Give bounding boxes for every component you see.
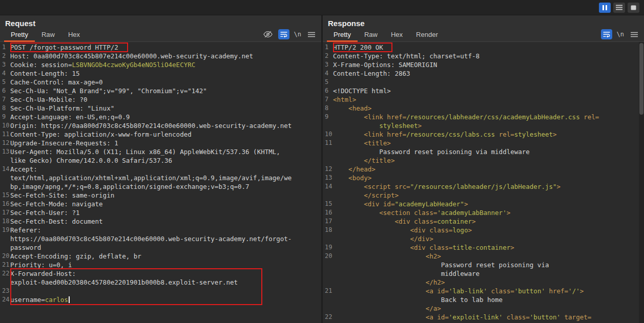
code-text: Sec-Fetch-User: ?1 bbox=[8, 209, 79, 217]
code-line[interactable]: 7Sec-Ch-Ua-Mobile: ?0 bbox=[0, 95, 321, 104]
code-line[interactable]: https://0aa800d703c8c45b807e214c00e60000… bbox=[0, 234, 321, 243]
code-line[interactable]: 19 <div class=title-container> bbox=[323, 243, 644, 252]
code-line[interactable]: 20 <h2> bbox=[323, 252, 644, 261]
newline-toggle[interactable]: \n bbox=[617, 29, 624, 39]
code-line[interactable]: 12 </head> bbox=[323, 165, 644, 174]
code-line[interactable]: password bbox=[0, 243, 321, 252]
code-line[interactable]: 18Sec-Fetch-Dest: document bbox=[0, 217, 321, 226]
code-line[interactable]: 4Content-Length: 15 bbox=[0, 69, 321, 78]
code-line[interactable]: 21 <a id='lab-link' class='button' href=… bbox=[323, 287, 644, 295]
scrollbar-thumb[interactable] bbox=[639, 43, 643, 115]
code-token: > bbox=[418, 122, 422, 130]
code-line[interactable]: 14 <script src="/resources/labheader/js/… bbox=[323, 182, 644, 191]
code-line[interactable]: 15Sec-Fetch-Site: same-origin bbox=[0, 191, 321, 200]
request-tab-hex[interactable]: Hex bbox=[61, 29, 87, 42]
code-line[interactable]: stylesheet> bbox=[323, 121, 644, 130]
code-line[interactable]: 5 bbox=[323, 78, 644, 87]
code-line[interactable]: 21Priority: u=0, i bbox=[0, 261, 321, 269]
code-line[interactable]: 13User-Agent: Mozilla/5.0 (X11; Linux x8… bbox=[0, 147, 321, 156]
line-number: 1 bbox=[323, 43, 331, 52]
code-line[interactable]: Password reset poisoning via middleware bbox=[323, 147, 644, 156]
code-line[interactable]: 10 <link href=/resources/css/labs.css re… bbox=[323, 130, 644, 139]
code-line[interactable]: </div> bbox=[323, 234, 644, 243]
code-line[interactable]: 14Accept: bbox=[0, 165, 321, 174]
code-line[interactable]: 6<!DOCTYPE html> bbox=[323, 87, 644, 95]
word-wrap-icon[interactable] bbox=[278, 29, 289, 39]
response-scrollbar[interactable] bbox=[639, 42, 644, 323]
code-line[interactable]: 1HTTP/2 200 OK bbox=[323, 43, 644, 52]
layout-rows-button[interactable] bbox=[613, 3, 625, 13]
code-line[interactable]: 18 <div class=logo> bbox=[323, 226, 644, 234]
code-line[interactable]: 22 <a id='exploit-link' class='button' t… bbox=[323, 313, 644, 321]
request-editor[interactable]: 1POST /forgot-password HTTP/22Host: 0aa8… bbox=[0, 42, 321, 323]
code-line[interactable]: 24username=carlos bbox=[0, 295, 321, 304]
code-line[interactable]: </title> bbox=[323, 156, 644, 165]
code-line[interactable]: 22X-Forwarded-Host: bbox=[0, 269, 321, 278]
code-token: <div class= bbox=[394, 218, 437, 225]
code-token: Cookie: session= bbox=[10, 61, 72, 69]
code-line[interactable]: Back to lab home bbox=[323, 295, 644, 304]
word-wrap-icon[interactable] bbox=[601, 29, 612, 39]
request-tabbar: Pretty Raw Hex \n bbox=[0, 29, 321, 42]
layout-single-button[interactable] bbox=[628, 3, 639, 13]
code-line[interactable]: 9 <link href=/resources/labheader/css/ac… bbox=[323, 113, 644, 121]
code-text: <link href=/resources/labheader/css/acad… bbox=[331, 113, 599, 121]
code-line[interactable]: exploit-0aed00b20380c45780e2201901b000b8… bbox=[0, 278, 321, 287]
code-line[interactable]: 23 bbox=[0, 287, 321, 295]
code-line[interactable]: 3Cookie: session=LSBVNGOb4czwoKyGb4eNO5l… bbox=[0, 60, 321, 69]
response-tab-render[interactable]: Render bbox=[409, 29, 445, 42]
code-line[interactable]: 8Sec-Ch-Ua-Platform: "Linux" bbox=[0, 104, 321, 113]
code-line[interactable]: 17 <div class=container> bbox=[323, 217, 644, 226]
request-tab-raw[interactable]: Raw bbox=[35, 29, 61, 42]
code-text: Accept-Language: en-US,en;q=0.9 bbox=[8, 113, 130, 121]
code-line[interactable]: 5Cache-Control: max-age=0 bbox=[0, 78, 321, 87]
code-line[interactable]: 19Referer: bbox=[0, 226, 321, 234]
response-tab-pretty[interactable]: Pretty bbox=[327, 29, 358, 42]
code-text: <link href=/resources/css/labs.css rel=s… bbox=[331, 131, 557, 138]
code-line[interactable]: like Gecko) Chrome/142.0.0.0 Safari/537.… bbox=[0, 156, 321, 165]
code-line[interactable]: 7<html> bbox=[323, 95, 644, 104]
code-line[interactable]: 10Origin: https://0aa800d703c8c45b807e21… bbox=[0, 121, 321, 130]
code-line[interactable]: </h2> bbox=[323, 278, 644, 287]
code-line[interactable]: 4Content-Length: 2863 bbox=[323, 69, 644, 78]
code-line[interactable]: </script> bbox=[323, 191, 644, 200]
response-tab-raw[interactable]: Raw bbox=[358, 29, 384, 42]
code-line[interactable]: 2Host: 0aa800d703c8c45b807e214c00e60000.… bbox=[0, 52, 321, 60]
code-line[interactable]: 20Accept-Encoding: gzip, deflate, br bbox=[0, 252, 321, 261]
response-tab-hex[interactable]: Hex bbox=[384, 29, 409, 42]
code-line[interactable]: 16 <section class='academyLabBanner'> bbox=[323, 208, 644, 217]
code-line[interactable]: Password reset poisoning via bbox=[323, 261, 644, 269]
code-line[interactable]: 17Sec-Fetch-User: ?1 bbox=[0, 208, 321, 217]
request-tab-pretty[interactable]: Pretty bbox=[4, 29, 35, 42]
code-line[interactable]: 9Accept-Language: en-US,en;q=0.9 bbox=[0, 113, 321, 121]
editor-menu-icon[interactable] bbox=[306, 29, 317, 39]
layout-columns-button[interactable] bbox=[599, 3, 611, 13]
code-line[interactable]: 8 <head> bbox=[323, 104, 644, 113]
newline-toggle[interactable]: \n bbox=[294, 29, 301, 39]
code-line[interactable]: 16Sec-Fetch-Mode: navigate bbox=[0, 200, 321, 208]
code-line[interactable]: 15 <div id="academyLabHeader"> bbox=[323, 200, 644, 208]
code-text: <html> bbox=[331, 96, 356, 103]
code-token: Content-Length: 15 bbox=[10, 70, 79, 77]
line-number: 5 bbox=[323, 78, 331, 87]
code-line[interactable]: 1POST /forgot-password HTTP/2 bbox=[0, 43, 321, 52]
response-editor[interactable]: 1HTTP/2 200 OK2Content-Type: text/html; … bbox=[323, 42, 644, 323]
code-line[interactable]: </a> bbox=[323, 304, 644, 313]
code-line[interactable]: 12Upgrade-Insecure-Requests: 1 bbox=[0, 139, 321, 147]
message-editor-split: Request Pretty Raw Hex \n bbox=[0, 15, 644, 323]
code-token: <section class= bbox=[379, 209, 437, 217]
code-token: Accept-Encoding: gzip, deflate, br bbox=[10, 252, 141, 260]
code-line[interactable]: text/html,application/xhtml+xml,applicat… bbox=[0, 174, 321, 182]
code-line[interactable]: 6Sec-Ch-Ua: "Not_A Brand";v="99", "Chrom… bbox=[0, 87, 321, 95]
code-line[interactable]: middleware bbox=[323, 269, 644, 278]
code-token bbox=[333, 104, 348, 112]
code-line[interactable]: bp,image/apng,*/*;q=0.8,application/sign… bbox=[0, 182, 321, 191]
code-line[interactable]: 11Content-Type: application/x-www-form-u… bbox=[0, 130, 321, 139]
code-line[interactable]: 3X-Frame-Options: SAMEORIGIN bbox=[323, 60, 644, 69]
code-line[interactable]: 13 <body> bbox=[323, 174, 644, 182]
editor-menu-icon[interactable] bbox=[629, 29, 640, 39]
code-line[interactable]: 11 <title> bbox=[323, 139, 644, 147]
code-token: href= bbox=[545, 287, 568, 295]
code-line[interactable]: 2Content-Type: text/html; charset=utf-8 bbox=[323, 52, 644, 60]
nonprintable-visibility-icon[interactable] bbox=[262, 29, 274, 39]
